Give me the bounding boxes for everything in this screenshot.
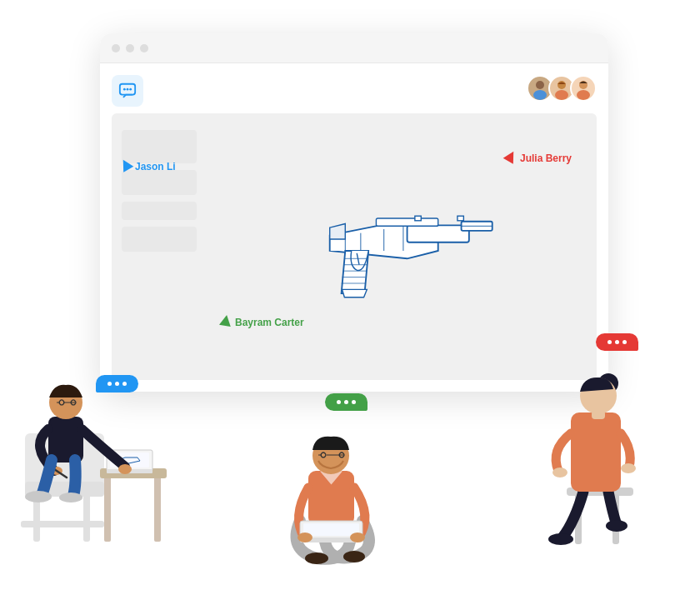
avatar-bayram[interactable] xyxy=(570,75,597,102)
svg-point-46 xyxy=(25,491,52,502)
panel-block-3 xyxy=(122,202,197,220)
julia-cursor-label: Julia Berry xyxy=(520,151,572,166)
left-panel xyxy=(122,130,197,252)
julia-cursor: Julia Berry xyxy=(505,151,572,166)
bayram-cursor-label: Bayram Carter xyxy=(235,315,304,330)
svg-point-1 xyxy=(123,88,126,91)
scene: Jason Li Julia Berry Bayram Carter xyxy=(0,0,700,600)
svg-point-66 xyxy=(552,468,568,478)
svg-point-60 xyxy=(548,533,573,545)
svg-point-48 xyxy=(305,552,328,564)
svg-rect-32 xyxy=(21,521,104,528)
panel-block-4 xyxy=(122,227,197,252)
svg-marker-20 xyxy=(342,289,368,297)
bubble-dot-2 xyxy=(115,382,119,386)
jason-cursor-label: Jason Li xyxy=(135,159,176,174)
person-julia xyxy=(533,329,667,554)
jason-cursor: Jason Li xyxy=(120,159,176,174)
svg-point-2 xyxy=(127,88,129,91)
titlebar-dot-3 xyxy=(140,44,148,52)
svg-point-43 xyxy=(118,464,132,474)
svg-rect-22 xyxy=(415,216,421,221)
browser-titlebar xyxy=(100,33,608,63)
chat-icon-box[interactable] xyxy=(112,75,143,107)
svg-point-47 xyxy=(59,492,82,502)
bubble-dot-b1 xyxy=(337,400,341,404)
svg-rect-12 xyxy=(408,225,469,242)
svg-point-9 xyxy=(577,90,590,100)
titlebar-dot-1 xyxy=(112,44,120,52)
bubble-dot-j2 xyxy=(615,340,619,344)
bubble-dot-b3 xyxy=(352,400,356,404)
svg-marker-21 xyxy=(330,224,346,240)
julia-cursor-arrow xyxy=(503,148,519,163)
browser-content: Jason Li Julia Berry Bayram Carter xyxy=(100,63,608,392)
svg-rect-62 xyxy=(571,412,621,492)
svg-point-3 xyxy=(129,88,132,91)
svg-rect-14 xyxy=(376,218,438,226)
svg-point-4 xyxy=(536,81,544,89)
svg-point-56 xyxy=(350,532,365,542)
bayram-cursor: Bayram Carter xyxy=(220,315,304,330)
person-jason xyxy=(17,317,167,550)
svg-rect-36 xyxy=(154,475,161,542)
bayram-cursor-arrow xyxy=(219,314,232,327)
svg-rect-35 xyxy=(104,475,111,542)
svg-point-5 xyxy=(533,90,547,100)
svg-point-7 xyxy=(555,90,568,100)
browser-window: Jason Li Julia Berry Bayram Carter xyxy=(100,33,608,392)
svg-point-61 xyxy=(606,520,628,532)
svg-point-55 xyxy=(298,532,312,542)
svg-point-67 xyxy=(621,463,636,473)
bubble-dot-b2 xyxy=(344,400,348,404)
svg-point-49 xyxy=(343,551,365,562)
bubble-dot-j1 xyxy=(608,340,612,344)
jason-cursor-arrow xyxy=(118,157,134,172)
bubble-dot-j3 xyxy=(622,340,627,344)
panel-block-1 xyxy=(122,130,197,163)
svg-rect-23 xyxy=(458,216,463,221)
avatars-row xyxy=(527,75,597,102)
titlebar-dot-2 xyxy=(126,44,134,52)
canvas-area[interactable]: Jason Li Julia Berry Bayram Carter xyxy=(112,113,597,380)
bubble-dot-1 xyxy=(108,382,112,386)
chat-icon xyxy=(118,82,137,100)
bubble-dot-3 xyxy=(122,382,127,386)
gun-svg xyxy=(283,168,500,334)
person-bayram xyxy=(275,392,417,575)
svg-rect-54 xyxy=(303,523,359,536)
svg-rect-65 xyxy=(592,411,605,419)
